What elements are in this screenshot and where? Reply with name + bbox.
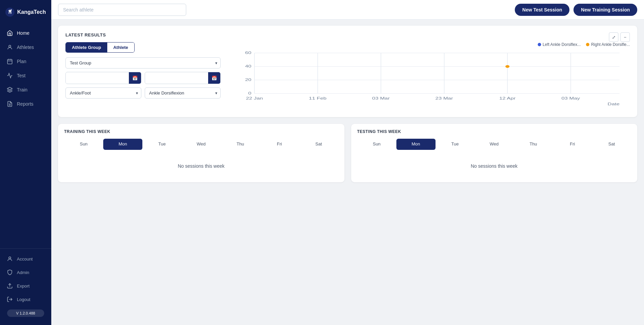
testing-day-thu[interactable]: Thu bbox=[514, 139, 553, 150]
sidebar-item-athletes[interactable]: Athletes bbox=[0, 40, 51, 54]
search-box[interactable] bbox=[58, 4, 186, 16]
body-part-select[interactable]: Ankle/Foot bbox=[65, 87, 141, 99]
training-day-tue[interactable]: Tue bbox=[142, 139, 181, 150]
logout-icon bbox=[7, 296, 13, 302]
chart-svg: Mean Force (kg) 60 40 20 0 bbox=[229, 50, 630, 110]
movement-form-row: Ankle/Foot Ankle Dorsiflexion bbox=[65, 87, 221, 99]
group-form-row: Test Group bbox=[65, 57, 221, 69]
sidebar-item-plan[interactable]: Plan bbox=[0, 55, 51, 68]
expand-button[interactable]: ⤢ bbox=[609, 32, 618, 42]
sidebar-item-export[interactable]: Export bbox=[0, 279, 51, 293]
sidebar-item-export-label: Export bbox=[17, 283, 30, 289]
svg-point-9 bbox=[9, 257, 11, 259]
movement-select[interactable]: Ankle Dorsiflexion bbox=[145, 87, 221, 99]
athlete-toggle-group: Athlete Group Athlete bbox=[65, 42, 135, 53]
legend-item-left: Left Ankle Dorsiflex... bbox=[538, 42, 581, 47]
date-from-input[interactable]: From 02 Jan 2021 bbox=[66, 73, 129, 83]
testing-day-fri[interactable]: Fri bbox=[553, 139, 592, 150]
svg-text:03 May: 03 May bbox=[561, 96, 580, 100]
testing-day-sun[interactable]: Sun bbox=[357, 139, 396, 150]
sidebar-item-home-label: Home bbox=[17, 30, 29, 36]
chart-data-point bbox=[505, 65, 509, 68]
sidebar-item-train-label: Train bbox=[17, 87, 27, 92]
train-icon bbox=[7, 87, 13, 93]
athletes-icon bbox=[7, 44, 13, 50]
results-left: Athlete Group Athlete Test Group From 02… bbox=[65, 42, 221, 110]
sidebar-item-account-label: Account bbox=[17, 256, 33, 262]
date-from-wrap: From 02 Jan 2021 📅 bbox=[65, 72, 141, 84]
reports-icon bbox=[7, 101, 13, 107]
sidebar-item-account[interactable]: Account bbox=[0, 252, 51, 266]
movement-select-wrap: Ankle Dorsiflexion bbox=[145, 87, 221, 99]
latest-results-card: LATEST RESULTS ⤢ − Athlete Group At bbox=[58, 26, 637, 117]
collapse-icon: − bbox=[624, 35, 626, 40]
test-icon bbox=[7, 73, 13, 79]
logo-icon bbox=[5, 6, 15, 18]
sidebar-item-logout[interactable]: Logout bbox=[0, 293, 51, 306]
date-to-input[interactable]: To 02 May 2021 bbox=[145, 73, 208, 83]
home-icon bbox=[7, 30, 13, 36]
search-input[interactable] bbox=[58, 4, 186, 16]
sidebar-item-reports-label: Reports bbox=[17, 101, 33, 107]
svg-point-2 bbox=[9, 45, 11, 47]
legend-label-left: Left Ankle Dorsiflex... bbox=[543, 42, 581, 47]
svg-text:40: 40 bbox=[245, 64, 251, 68]
sidebar: KangaTech Home Athletes bbox=[0, 0, 51, 325]
training-day-mon[interactable]: Mon bbox=[103, 139, 142, 150]
testing-day-wed[interactable]: Wed bbox=[475, 139, 514, 150]
sidebar-item-reports[interactable]: Reports bbox=[0, 97, 51, 111]
svg-text:22 Jan: 22 Jan bbox=[246, 96, 263, 100]
svg-text:12 Apr: 12 Apr bbox=[499, 96, 516, 100]
latest-results-title: LATEST RESULTS bbox=[65, 32, 106, 37]
group-select[interactable]: Test Group bbox=[65, 57, 221, 69]
date-to-calendar-button[interactable]: 📅 bbox=[208, 72, 220, 84]
svg-text:20: 20 bbox=[245, 78, 251, 82]
svg-text:11 Feb: 11 Feb bbox=[309, 96, 327, 100]
toggle-athlete-button[interactable]: Athlete bbox=[107, 43, 134, 52]
main-content: New Test Session New Training Session LA… bbox=[51, 0, 644, 325]
sidebar-item-test-label: Test bbox=[17, 73, 26, 78]
expand-icon: ⤢ bbox=[612, 35, 616, 40]
testing-day-sat[interactable]: Sat bbox=[592, 139, 631, 150]
svg-text:23 Mar: 23 Mar bbox=[436, 96, 453, 100]
sidebar-item-test[interactable]: Test bbox=[0, 69, 51, 82]
date-from-calendar-button[interactable]: 📅 bbox=[129, 72, 141, 84]
training-day-wed[interactable]: Wed bbox=[181, 139, 221, 150]
main-nav: Home Athletes Plan Test bbox=[0, 26, 51, 248]
svg-text:60: 60 bbox=[245, 51, 251, 55]
svg-text:03 Mar: 03 Mar bbox=[372, 96, 390, 100]
group-select-wrap: Test Group bbox=[65, 57, 221, 69]
testing-week-title: TESTING THIS WEEK bbox=[357, 129, 632, 134]
svg-text:0: 0 bbox=[248, 91, 251, 95]
week-sections: TRAINING THIS WEEK Sun Mon Tue Wed Thu F… bbox=[58, 124, 637, 182]
content-area: LATEST RESULTS ⤢ − Athlete Group At bbox=[51, 20, 644, 188]
svg-text:Date: Date bbox=[608, 102, 620, 106]
results-main: Athlete Group Athlete Test Group From 02… bbox=[65, 42, 630, 110]
training-day-sat[interactable]: Sat bbox=[299, 139, 338, 150]
toggle-athlete-group-button[interactable]: Athlete Group bbox=[66, 43, 107, 52]
chart-legend: Left Ankle Dorsiflex... Right Ankle Dors… bbox=[229, 42, 630, 47]
calendar-to-icon: 📅 bbox=[212, 76, 217, 81]
chart-container: Mean Force (kg) 60 40 20 0 bbox=[229, 50, 630, 110]
testing-day-tue[interactable]: Tue bbox=[436, 139, 475, 150]
training-no-sessions: No sessions this week bbox=[64, 155, 338, 177]
new-training-session-button[interactable]: New Training Session bbox=[573, 4, 637, 16]
testing-no-sessions: No sessions this week bbox=[357, 155, 632, 177]
card-actions: ⤢ − bbox=[609, 32, 630, 42]
card-header: LATEST RESULTS ⤢ − bbox=[65, 32, 630, 42]
legend-dot-right bbox=[586, 43, 589, 46]
sidebar-item-admin[interactable]: Admin bbox=[0, 266, 51, 279]
training-day-thu[interactable]: Thu bbox=[221, 139, 260, 150]
testing-day-mon[interactable]: Mon bbox=[396, 139, 436, 150]
collapse-button[interactable]: − bbox=[620, 32, 630, 42]
svg-point-1 bbox=[11, 9, 12, 10]
training-day-fri[interactable]: Fri bbox=[260, 139, 299, 150]
sidebar-item-admin-label: Admin bbox=[17, 270, 29, 275]
sidebar-item-train[interactable]: Train bbox=[0, 83, 51, 97]
new-test-session-button[interactable]: New Test Session bbox=[515, 4, 569, 16]
sidebar-item-home[interactable]: Home bbox=[0, 26, 51, 40]
topbar: New Test Session New Training Session bbox=[51, 0, 644, 20]
training-day-sun[interactable]: Sun bbox=[64, 139, 103, 150]
sidebar-item-plan-label: Plan bbox=[17, 59, 26, 64]
testing-week-section: TESTING THIS WEEK Sun Mon Tue Wed Thu Fr… bbox=[351, 124, 638, 182]
